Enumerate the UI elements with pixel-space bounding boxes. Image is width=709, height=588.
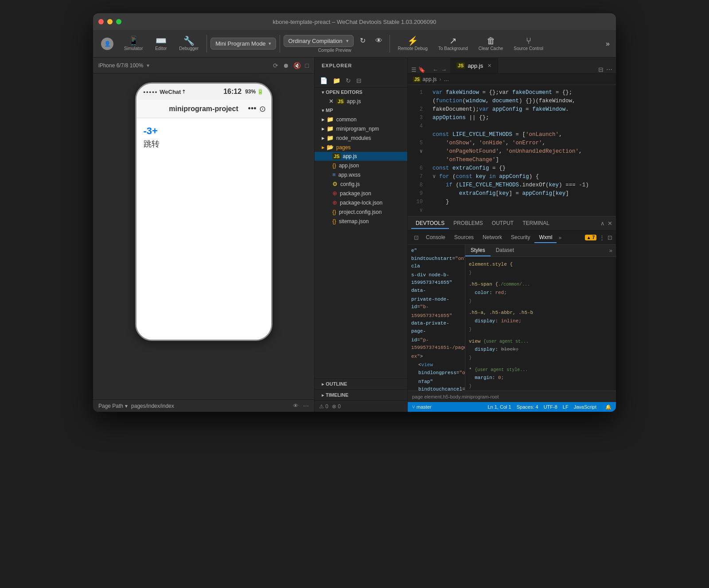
file-project-config[interactable]: {} project.config.json [315, 207, 407, 217]
folder-pages[interactable]: ▸ 📂 pages [315, 143, 407, 152]
refresh-icon: ↻ [360, 37, 366, 44]
remote-debug-button[interactable]: ⚡ Remote Debug [393, 35, 432, 53]
html-line-5[interactable]: id="p-1599573741651-/pages/index/ind [408, 336, 465, 352]
page-path-button[interactable]: Page Path ▾ [98, 403, 128, 409]
html-line-7[interactable]: <view bindlongpress="onLongPress" [408, 361, 465, 377]
tab-devtools[interactable]: DEVTOOLS [411, 218, 449, 229]
styles-tab[interactable]: Styles [465, 245, 491, 256]
encoding[interactable]: UTF-8 [544, 404, 557, 410]
folder-npm[interactable]: ▸ 📁 miniprogram_npm [315, 124, 407, 133]
expand-icon[interactable]: ⊡ [608, 234, 612, 241]
html-viewer[interactable]: e" bindtouchstart="onTouchStart" cla s-d… [408, 245, 465, 391]
explorer-bottom: ⚠ 0 ⊗ 0 [315, 400, 407, 412]
device-dropdown-icon[interactable]: ▾ [147, 62, 149, 69]
chevron-up-icon[interactable]: ∧ [600, 220, 605, 227]
mute-icon[interactable]: 🔇 [293, 62, 301, 69]
subtab-security[interactable]: Security [506, 232, 534, 243]
subtab-network[interactable]: Network [478, 232, 506, 243]
open-file-item[interactable]: ✕ JS app.js [315, 97, 407, 106]
phone-nav: miniprogram-project ••• ⊙ [136, 100, 271, 118]
html-line-1[interactable]: e" bindtouchstart="onTouchStart" cla [408, 247, 465, 271]
more-tabs-icon[interactable]: » [606, 245, 616, 256]
more-menu-icon[interactable]: ⋮ [599, 234, 605, 241]
style-block-star: * {user agent style... margin: 0; } [469, 366, 612, 391]
close-devtools-icon[interactable]: ✕ [608, 220, 612, 227]
file-config-js[interactable]: ⚙ config.js [315, 179, 407, 189]
cursor-position[interactable]: Ln 1, Col 1 [488, 404, 511, 410]
tab-close-icon[interactable]: ✕ [487, 63, 491, 69]
preview-button[interactable]: 👁 [372, 36, 386, 45]
html-line-4[interactable]: 1599573741655" data-private-page- [408, 312, 465, 336]
rotate-icon[interactable]: ⟳ [273, 62, 278, 69]
more-button[interactable]: » [603, 39, 612, 49]
eye-icon[interactable]: 👁 [293, 402, 299, 409]
folder-common[interactable]: ▸ 📁 common [315, 115, 407, 124]
page-path-label: Page Path [98, 403, 123, 409]
avatar-button[interactable]: 👤 [97, 36, 118, 52]
html-line-8[interactable]: nTap" bindtouchcancel="onTouchCan [408, 378, 465, 391]
indent-spaces[interactable]: Spaces: 4 [517, 404, 538, 410]
style-block-h5a: .h5-a, .h5-abbr, .h5-b display: inline; … [469, 309, 612, 333]
refresh-explorer-icon[interactable]: ↻ [344, 76, 353, 85]
nav-record-icon[interactable]: ⊙ [259, 104, 266, 114]
inspect-icon[interactable]: ⊡ [411, 232, 421, 243]
html-line-3[interactable]: private-node-id="b- [408, 295, 465, 312]
file-app-wxss[interactable]: ≡ app.wxss [315, 170, 407, 179]
folder-node-modules[interactable]: ▸ 📁 node_modules [315, 133, 407, 143]
editor-tab-appjs[interactable]: JS app.js ✕ [450, 58, 498, 73]
page-path-value: pages/index/index [131, 403, 174, 409]
screenshot-icon[interactable]: □ [305, 62, 309, 69]
bookmark-icon[interactable]: 🔖 [418, 66, 425, 73]
debugger-button[interactable]: 🔧 Debugger [175, 35, 203, 53]
file-sitemap[interactable]: {} sitemap.json [315, 217, 407, 226]
tab-terminal[interactable]: TERMINAL [518, 218, 554, 229]
options-icon[interactable]: ⋯ [303, 402, 309, 409]
file-package-json[interactable]: ⊕ package.json [315, 189, 407, 198]
simulator-panel: iPhone 6/7/8 100% ▾ ⟳ ⏺ 🔇 □ ••••• WeChat… [93, 58, 315, 412]
new-folder-icon[interactable]: 📁 [331, 76, 342, 85]
code-content[interactable]: var fakeWindow = {};var fakeDocument = {… [427, 85, 616, 216]
forward-icon[interactable]: → [441, 66, 447, 73]
collapse-icon[interactable]: ⊟ [354, 76, 363, 85]
open-editors-label: OPEN EDITORS [326, 89, 362, 95]
source-control-button[interactable]: ⑂ Source Control [509, 35, 548, 53]
more-editor-icon[interactable]: ⋯ [606, 66, 612, 73]
timeline-section[interactable]: TIMELINE [315, 389, 407, 400]
refresh-button[interactable]: ↻ [356, 36, 369, 45]
language-mode[interactable]: JavaScript [574, 404, 596, 410]
subtab-console[interactable]: Console [421, 232, 450, 243]
mode-selector[interactable]: Mini Program Mode [210, 38, 276, 50]
html-line-2[interactable]: s-div node-b-1599573741655" data- [408, 271, 465, 295]
tab-problems[interactable]: PROBLEMS [449, 218, 487, 229]
outline-section[interactable]: OUTLINE [315, 378, 407, 389]
git-branch[interactable]: ⑂ master [412, 404, 432, 410]
split-editor-icon[interactable]: ⊟ [598, 66, 604, 73]
maximize-button[interactable] [116, 19, 121, 24]
notification-bell[interactable]: 🔔 [605, 404, 612, 410]
back-icon[interactable]: ← [432, 66, 438, 73]
editor-button[interactable]: ⌨️ Editor [149, 35, 173, 53]
file-package-lock[interactable]: ⊕ package-lock.json [315, 198, 407, 207]
html-line-6[interactable]: ex"> [408, 352, 465, 361]
mp-section[interactable]: MP [315, 106, 407, 115]
simulator-button[interactable]: 📱 Simulator [120, 35, 147, 53]
folder-name-common: common [336, 116, 357, 123]
file-app-js[interactable]: JS app.js [315, 152, 407, 161]
new-file-icon[interactable]: 📄 [318, 76, 329, 85]
subtab-wxml[interactable]: Wxml [534, 232, 557, 243]
dataset-tab[interactable]: Dataset [491, 245, 519, 256]
toggle-lines-icon[interactable]: ☰ [411, 66, 417, 73]
subtab-sources[interactable]: Sources [450, 232, 478, 243]
minimize-button[interactable] [107, 19, 113, 24]
compilation-selector[interactable]: Ordinary Compilation [284, 35, 354, 47]
record-icon[interactable]: ⏺ [283, 62, 289, 69]
close-button[interactable] [98, 19, 104, 24]
open-editors-section[interactable]: OPEN EDITORS [315, 88, 407, 97]
to-background-button[interactable]: ↗ To Background [434, 35, 472, 53]
line-ending[interactable]: LF [563, 404, 569, 410]
clear-cache-button[interactable]: 🗑 Clear Cache [474, 35, 508, 53]
file-app-json[interactable]: {} app.json [315, 161, 407, 170]
more-subtabs-icon[interactable]: » [558, 235, 561, 241]
nav-dots-icon[interactable]: ••• [248, 104, 257, 113]
tab-output[interactable]: OUTPUT [487, 218, 518, 229]
